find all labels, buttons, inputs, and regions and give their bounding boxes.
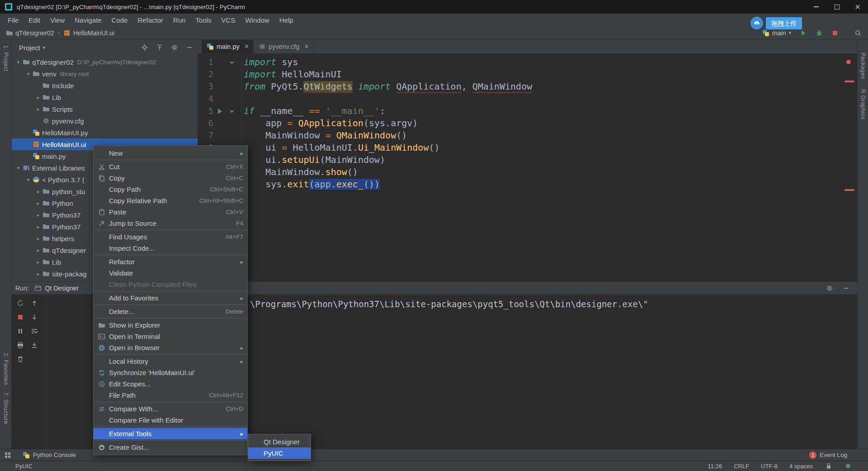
context-menu-item-add-to-favorites[interactable]: Add to Favorites▸ [94, 292, 247, 304]
run-config-selector[interactable]: main ▾ [762, 29, 791, 37]
python-console-button[interactable]: Python Console [22, 451, 76, 459]
context-menu-item-delete[interactable]: Delete...Delete [94, 306, 247, 317]
menu-run[interactable]: Run [168, 14, 191, 26]
down-icon[interactable] [30, 313, 38, 321]
context-menu-item-external-tools[interactable]: External Tools▸ [94, 428, 247, 439]
stripe-button-2-favorites[interactable]: 2: Favorites [3, 353, 9, 385]
stripe-button-packages[interactable]: Packages [860, 52, 866, 79]
tree-item-venv[interactable]: ▾venvlibrary root [12, 68, 198, 80]
run-gutter-icon[interactable] [218, 109, 222, 114]
chevron-collapsed-icon[interactable]: ▸ [34, 247, 42, 253]
chevron-down-icon[interactable]: ▾ [43, 45, 46, 51]
context-menu-item-validate[interactable]: Validate [94, 267, 247, 279]
status-encoding[interactable]: UTF-8 [761, 463, 778, 470]
status-indent[interactable]: 4 spaces [789, 463, 813, 470]
menu-view[interactable]: View [45, 14, 70, 26]
tab-main-py[interactable]: main.py× [202, 40, 254, 53]
minus-icon[interactable] [185, 44, 193, 52]
project-panel-title[interactable]: Project [19, 44, 40, 52]
tree-item-pyvenv-cfg[interactable]: pyvenv.cfg [12, 115, 198, 127]
up-icon[interactable] [30, 299, 38, 307]
context-menu-item-edit-scopes[interactable]: Edit Scopes... [94, 378, 247, 390]
tree-item-qtdesigner02[interactable]: ▾qTdesigner02D:\P_pyCharm\qTdesigner02 [12, 56, 198, 68]
context-menu-item-local-history[interactable]: Local History▸ [94, 356, 247, 367]
fold-marker[interactable] [226, 107, 238, 115]
run-line-button[interactable] [213, 109, 226, 114]
debug-button[interactable] [815, 29, 823, 37]
chevron-expanded-icon[interactable]: ▾ [14, 165, 22, 171]
chevron-collapsed-icon[interactable]: ▸ [34, 189, 42, 195]
context-menu-item-copy-path[interactable]: Copy PathCtrl+Shift+C [94, 184, 247, 195]
tab-close-icon[interactable]: × [245, 43, 249, 50]
stop-red-icon[interactable] [16, 313, 24, 321]
chevron-collapsed-icon[interactable]: ▸ [34, 212, 42, 218]
menu-tools[interactable]: Tools [191, 14, 217, 26]
search-everywhere-button[interactable] [854, 29, 862, 37]
pause-icon[interactable] [16, 327, 24, 335]
menu-vcs[interactable]: VCS [217, 14, 241, 26]
cloud-upload-icon[interactable] [750, 17, 763, 29]
context-menu-item-cut[interactable]: CutCtrl+X [94, 161, 247, 172]
chevron-expanded-icon[interactable]: ▾ [24, 71, 32, 77]
editor-body[interactable]: 1234567891011 import sysimport HelloMain… [198, 54, 857, 281]
context-menu-item-compare-with[interactable]: Compare With...Ctrl+D [94, 403, 247, 414]
stripe-button-1-project[interactable]: 1: Project [3, 45, 9, 71]
run-button[interactable] [799, 29, 807, 37]
tree-item-lib[interactable]: ▸Lib [12, 91, 198, 103]
error-stripe-mark[interactable] [844, 81, 854, 82]
print-icon[interactable] [16, 341, 24, 349]
chevron-collapsed-icon[interactable]: ▸ [34, 224, 42, 230]
maximize-button[interactable] [826, 0, 847, 14]
run-tab[interactable]: Qt Designer [34, 284, 79, 292]
tree-item-hellomainui-py[interactable]: HelloMainUI.py [12, 127, 198, 138]
locate-icon[interactable] [141, 44, 148, 52]
context-menu-item-copy-relative-path[interactable]: Copy Relative PathCtrl+Alt+Shift+C [94, 195, 247, 206]
chevron-collapsed-icon[interactable]: ▸ [34, 271, 42, 277]
context-menu-item-inspect-code[interactable]: Inspect Code... [94, 243, 247, 254]
chevron-collapsed-icon[interactable]: ▸ [34, 200, 42, 206]
chevron-expanded-icon[interactable]: ▾ [14, 59, 22, 65]
drag-upload-button[interactable]: 拖拽上传 [766, 17, 802, 29]
breadcrumb-item-qtdesigner02[interactable]: qTdesigner02 [5, 29, 54, 37]
menu-edit[interactable]: Edit [24, 14, 45, 26]
fold-marker[interactable] [226, 58, 238, 66]
chevron-collapsed-icon[interactable]: ▸ [34, 106, 42, 112]
context-menu-item-paste[interactable]: PasteCtrl+V [94, 206, 247, 218]
event-log-button[interactable]: 1 Event Log [809, 452, 868, 459]
menu-file[interactable]: File [3, 14, 24, 26]
gear-icon[interactable] [826, 284, 833, 292]
tab-pyvenv-cfg[interactable]: pyvenv.cfg× [254, 40, 314, 53]
softwrap-icon[interactable] [30, 327, 38, 335]
submenu-item-qt-designer[interactable]: Qt Designer [248, 436, 311, 447]
context-menu-item-find-usages[interactable]: Find UsagesAlt+F7 [94, 231, 247, 243]
context-menu-item-open-in-browser[interactable]: Open in Browser▸ [94, 342, 247, 353]
tree-item-include[interactable]: Include [12, 80, 198, 91]
collapse-all-icon[interactable] [156, 44, 163, 52]
stripe-button-7-structure[interactable]: 7: Structure [3, 392, 9, 424]
chevron-expanded-icon[interactable]: ▾ [24, 177, 32, 183]
menu-navigate[interactable]: Navigate [70, 14, 106, 26]
stripe-button-r-graphics[interactable]: R Graphics [860, 89, 866, 120]
context-menu-item-copy[interactable]: CopyCtrl+C [94, 172, 247, 184]
trash-icon[interactable] [16, 355, 24, 363]
editor-code[interactable]: import sysimport HelloMainUIfrom PyQt5.Q… [242, 56, 857, 281]
context-menu-item-refactor[interactable]: Refactor▸ [94, 256, 247, 267]
stop-button[interactable] [831, 29, 839, 37]
minus-icon[interactable] [842, 284, 850, 292]
menu-window[interactable]: Window [240, 14, 274, 26]
context-menu-item-new[interactable]: New▸ [94, 147, 247, 159]
context-menu-item-file-path[interactable]: File PathCtrl+Alt+F12 [94, 390, 247, 401]
minimize-button[interactable] [806, 0, 826, 14]
context-menu-item-create-gist[interactable]: Create Gist... [94, 442, 247, 453]
context-menu-item-compare-file-with-editor[interactable]: Compare File with Editor [94, 414, 247, 426]
tool-window-switcher-icon[interactable] [4, 451, 11, 459]
tab-close-icon[interactable]: × [304, 43, 308, 50]
rerun-icon[interactable] [16, 299, 24, 307]
menu-help[interactable]: Help [274, 14, 298, 26]
warning-stripe-mark[interactable] [844, 189, 854, 191]
context-menu-item-open-in-terminal[interactable]: Open in Terminal [94, 331, 247, 342]
lock-icon[interactable] [825, 462, 832, 470]
close-button[interactable]: × [847, 0, 868, 14]
submenu-item-pyuic[interactable]: PyUIC [248, 447, 311, 459]
menu-refactor[interactable]: Refactor [132, 14, 168, 26]
